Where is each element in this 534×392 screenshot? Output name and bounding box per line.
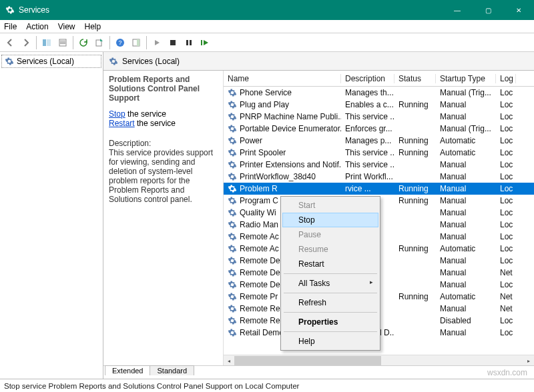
service-log: Loc: [496, 220, 516, 229]
service-startup-type: Manual: [436, 160, 496, 169]
service-log: Loc: [496, 244, 516, 253]
service-log: Loc: [496, 100, 516, 109]
ctx-properties[interactable]: Properties: [282, 315, 378, 329]
menu-action[interactable]: Action: [26, 22, 48, 31]
service-name: Remote De: [240, 256, 280, 265]
maximize-button[interactable]: ▢: [473, 0, 503, 20]
col-startup-type[interactable]: Startup Type: [436, 74, 496, 83]
svg-rect-12: [186, 40, 188, 45]
table-row[interactable]: PowerManages p...RunningAutomaticLoc: [224, 135, 534, 147]
gear-icon: [228, 244, 237, 253]
service-log: Net: [496, 292, 516, 301]
forward-button[interactable]: [19, 35, 33, 50]
ctx-start[interactable]: Start: [282, 198, 378, 213]
table-row[interactable]: Plug and PlayEnables a c...RunningManual…: [224, 99, 534, 111]
table-row[interactable]: Print SpoolerThis service ...RunningAuto…: [224, 147, 534, 159]
help-button[interactable]: ?: [113, 35, 127, 50]
tab-extended[interactable]: Extended: [105, 365, 150, 375]
gear-icon: [228, 136, 237, 145]
gear-icon: [109, 57, 118, 66]
toolbar: ?: [0, 33, 534, 52]
minimize-button[interactable]: —: [442, 0, 473, 20]
gear-icon: [228, 148, 237, 157]
service-status: Running: [394, 196, 436, 205]
service-name: Printer Extensions and Notif...: [240, 160, 341, 169]
ctx-restart[interactable]: Restart: [282, 257, 378, 271]
service-startup-type: Automatic: [436, 148, 496, 157]
service-name: Power: [240, 136, 262, 145]
ctx-resume[interactable]: Resume: [282, 242, 378, 257]
service-name: PNRP Machine Name Publi...: [240, 112, 341, 121]
service-status: Running: [394, 184, 436, 193]
service-log: Loc: [496, 112, 516, 121]
service-log: Loc: [496, 160, 516, 169]
service-description: This service ...: [341, 160, 394, 169]
svg-rect-11: [170, 40, 176, 45]
table-row[interactable]: Printer Extensions and Notif...This serv…: [224, 159, 534, 171]
scroll-right-arrow[interactable]: ▸: [523, 355, 534, 366]
service-name: Remote Ac: [240, 232, 279, 241]
service-description: Print Workfl...: [341, 172, 394, 181]
svg-rect-1: [47, 39, 51, 46]
menu-bar: File Action View Help: [0, 20, 534, 33]
col-name[interactable]: Name: [224, 74, 341, 83]
menu-file[interactable]: File: [4, 22, 17, 31]
close-button[interactable]: ✕: [503, 0, 534, 20]
menu-help[interactable]: Help: [85, 22, 101, 31]
ctx-refresh[interactable]: Refresh: [282, 295, 378, 310]
tab-standard[interactable]: Standard: [150, 365, 194, 375]
ctx-all-tasks[interactable]: All Tasks: [282, 276, 378, 291]
service-log: Loc: [496, 196, 516, 205]
scroll-left-arrow[interactable]: ◂: [224, 355, 234, 366]
export-button[interactable]: [92, 35, 107, 50]
ctx-stop[interactable]: Stop: [282, 213, 378, 227]
service-log: Loc: [496, 316, 516, 325]
scroll-thumb[interactable]: [234, 356, 381, 365]
service-startup-type: Manual: [436, 268, 496, 277]
selected-service-name: Problem Reports and Solutions Control Pa…: [109, 75, 218, 103]
menu-view[interactable]: View: [58, 22, 75, 31]
description-label: Description:: [109, 139, 218, 148]
start-service-button[interactable]: [150, 35, 164, 50]
ctx-pause[interactable]: Pause: [282, 227, 378, 242]
table-row[interactable]: Phone ServiceManages th...Manual (Trig..…: [224, 87, 534, 99]
ctx-help[interactable]: Help: [282, 334, 378, 349]
show-hide-tree-button[interactable]: [39, 35, 54, 50]
svg-rect-13: [190, 40, 192, 45]
properties-button[interactable]: [55, 35, 70, 50]
back-button[interactable]: [3, 35, 17, 50]
svg-rect-4: [60, 42, 65, 43]
tree-item-services-local[interactable]: Services (Local): [1, 55, 101, 68]
svg-rect-5: [60, 43, 65, 44]
table-row[interactable]: PrintWorkflow_38d40Print Workfl...Manual…: [224, 171, 534, 183]
gear-icon: [228, 88, 237, 97]
service-log: Loc: [496, 148, 516, 157]
restart-service-button[interactable]: [198, 35, 212, 50]
service-startup-type: Manual: [436, 280, 496, 289]
tab-strip: Extended Standard: [103, 365, 534, 379]
col-description[interactable]: Description: [341, 74, 394, 83]
restart-service-link[interactable]: Restart: [109, 119, 135, 128]
action-pane-button[interactable]: [129, 35, 144, 50]
window-title: Services: [19, 5, 442, 15]
col-status[interactable]: Status: [394, 74, 436, 83]
service-status: Running: [394, 292, 436, 301]
col-log[interactable]: Log: [496, 74, 516, 83]
stop-service-link[interactable]: Stop: [109, 109, 125, 119]
status-text: Stop service Problem Reports and Solutio…: [4, 382, 299, 390]
pause-service-button[interactable]: [182, 35, 196, 50]
stop-service-button[interactable]: [166, 35, 180, 50]
service-log: Loc: [496, 124, 516, 133]
status-bar: Stop service Problem Reports and Solutio…: [0, 379, 534, 392]
svg-rect-3: [60, 41, 65, 41]
table-row[interactable]: PNRP Machine Name Publi...This service .…: [224, 111, 534, 123]
gear-icon: [228, 232, 237, 241]
table-row[interactable]: Portable Device Enumerator...Enforces gr…: [224, 123, 534, 135]
service-log: Loc: [496, 232, 516, 241]
scrollbar-horizontal[interactable]: ◂ ▸: [224, 355, 534, 365]
table-row[interactable]: Problem Rrvice ...RunningManualLoc: [224, 183, 534, 195]
refresh-button[interactable]: [76, 35, 91, 50]
context-menu: Start Stop Pause Resume Restart All Task…: [280, 196, 380, 351]
svg-rect-14: [201, 40, 202, 45]
service-log: Loc: [496, 172, 516, 181]
